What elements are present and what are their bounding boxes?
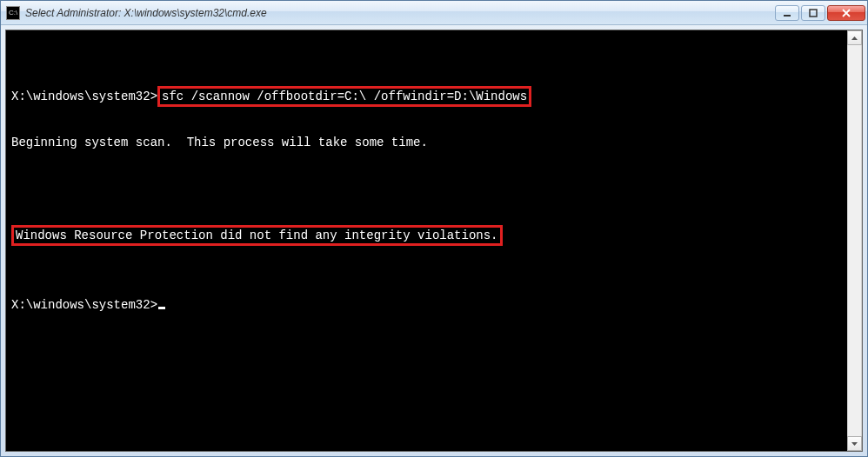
vertical-scrollbar[interactable] xyxy=(847,30,862,451)
cmd-window: C:\ Select Administrator: X:\windows\sys… xyxy=(0,0,868,457)
cmd-icon: C:\ xyxy=(6,6,20,20)
cursor xyxy=(158,307,165,309)
svg-rect-1 xyxy=(810,10,817,17)
scroll-track[interactable] xyxy=(847,45,862,436)
window-title: Select Administrator: X:\windows\system3… xyxy=(25,7,775,19)
close-button[interactable] xyxy=(827,5,865,21)
scroll-up-button[interactable] xyxy=(847,30,862,45)
command-text: sfc /scannow /offbootdir=C:\ /offwindir=… xyxy=(162,89,527,103)
scan-line: Beginning system scan. This process will… xyxy=(11,131,842,155)
svg-rect-0 xyxy=(784,15,791,17)
window-controls xyxy=(775,5,865,21)
result-text: Windows Resource Protection did not find… xyxy=(16,228,498,242)
client-area: X:\windows\system32>sfc /scannow /offboo… xyxy=(5,30,863,452)
scroll-down-button[interactable] xyxy=(847,436,862,451)
command-highlight: sfc /scannow /offbootdir=C:\ /offwindir=… xyxy=(157,86,531,107)
console-output[interactable]: X:\windows\system32>sfc /scannow /offboo… xyxy=(6,30,847,451)
prompt: X:\windows\system32> xyxy=(11,298,157,312)
minimize-button[interactable] xyxy=(775,5,799,21)
titlebar[interactable]: C:\ Select Administrator: X:\windows\sys… xyxy=(1,1,867,25)
maximize-button[interactable] xyxy=(801,5,825,21)
result-highlight: Windows Resource Protection did not find… xyxy=(11,225,503,246)
prompt: X:\windows\system32> xyxy=(11,89,157,103)
